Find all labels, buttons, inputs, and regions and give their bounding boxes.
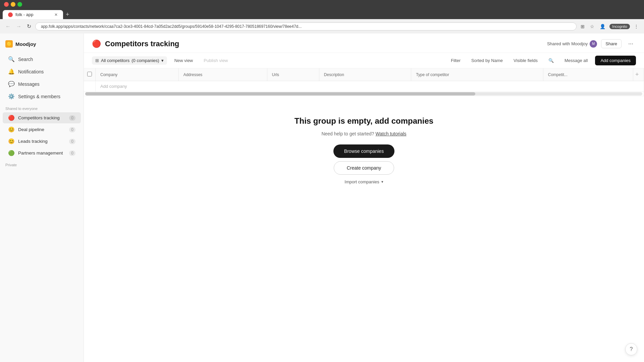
sidebar-notifications-label: Notifications xyxy=(18,69,44,74)
deal-label: Deal pipeline xyxy=(18,127,66,132)
notifications-icon: 🔔 xyxy=(8,68,15,75)
partners-label: Partners management xyxy=(18,150,66,156)
brand-icon: 🟡 xyxy=(5,40,13,48)
add-company-row[interactable]: Add company xyxy=(84,81,644,92)
page-header: 🔴 Competitors tracking Shared with Moodj… xyxy=(84,34,644,53)
add-company-cell[interactable]: Add company xyxy=(96,81,644,92)
empty-state-title: This group is empty, add companies xyxy=(294,116,433,126)
scroll-track-cell xyxy=(84,92,644,96)
view-grid-icon: ⊞ xyxy=(95,58,99,63)
horizontal-scroll-thumb[interactable] xyxy=(85,92,475,96)
tab-bar: folk - app ✕ + xyxy=(0,9,644,19)
partners-count: 0 xyxy=(69,150,75,156)
visible-fields-button[interactable]: Visible fields xyxy=(510,56,541,65)
column-type-of-competitor: Type of competitor xyxy=(411,68,543,81)
watch-tutorials-link[interactable]: Watch tutorials xyxy=(376,131,407,136)
scroll-bar-row xyxy=(84,92,644,96)
back-button[interactable]: ← xyxy=(4,22,12,31)
search-icon: 🔍 xyxy=(8,56,15,62)
extensions-button[interactable]: ⊞ xyxy=(579,22,586,31)
tab-favicon xyxy=(8,12,13,17)
header-actions: Shared with Moodjoy M Share ··· xyxy=(547,39,636,49)
column-company: Company xyxy=(96,68,179,81)
import-companies-button[interactable]: Import companies ▾ xyxy=(342,178,386,186)
active-tab[interactable]: folk - app ✕ xyxy=(3,10,63,19)
sidebar-item-notifications[interactable]: 🔔 Notifications xyxy=(3,66,81,77)
import-companies-label: Import companies xyxy=(344,179,379,184)
sidebar-item-settings[interactable]: ⚙️ Settings & members xyxy=(3,90,81,102)
help-button[interactable]: ? xyxy=(625,343,637,355)
settings-icon: ⚙️ xyxy=(8,93,15,100)
publish-view-button[interactable]: Publish view xyxy=(200,56,231,65)
view-count: (0 companies) xyxy=(131,58,159,63)
sidebar-item-messages[interactable]: 💬 Messages xyxy=(3,78,81,90)
sidebar-item-competitors[interactable]: 🔴 Competitors tracking 0 xyxy=(3,112,81,123)
new-view-button[interactable]: New view xyxy=(171,56,197,65)
add-column-button[interactable]: + xyxy=(633,68,644,81)
select-all-checkbox[interactable] xyxy=(87,72,92,76)
minimize-window-button[interactable] xyxy=(11,2,15,7)
column-competitor-extra: Competit... xyxy=(543,68,633,81)
brand: 🟡 Moodjoy xyxy=(0,38,84,53)
competitors-label: Competitors tracking xyxy=(18,115,66,120)
forward-button[interactable]: → xyxy=(15,22,23,31)
new-tab-button[interactable]: + xyxy=(66,11,69,18)
browser-nav-actions: ⊞ ☆ 👤 Incognito ⋮ xyxy=(579,22,640,31)
close-window-button[interactable] xyxy=(4,2,9,7)
sidebar-item-deal[interactable]: 😊 Deal pipeline 0 xyxy=(3,124,81,135)
sidebar-item-leads[interactable]: 😊 Leads tracking 0 xyxy=(3,136,81,147)
sidebar-messages-label: Messages xyxy=(18,81,40,87)
view-chevron-icon: ▾ xyxy=(161,58,164,63)
sidebar-search-label: Search xyxy=(18,57,33,62)
table-header-row: Company Addresses Urls Description Type xyxy=(84,68,644,81)
sort-button[interactable]: Sorted by Name xyxy=(468,56,506,65)
browser-chrome: folk - app ✕ + ← → ↻ app.folk.app/apps/c… xyxy=(0,0,644,34)
shared-section-label: Shared to everyone xyxy=(0,103,84,112)
sidebar-settings-label: Settings & members xyxy=(18,94,60,99)
toolbar: ⊞ All competitors (0 companies) ▾ New vi… xyxy=(84,53,644,68)
column-addresses: Addresses xyxy=(178,68,267,81)
window-controls[interactable] xyxy=(4,2,22,7)
leads-emoji: 😊 xyxy=(8,138,15,144)
competitors-count: 0 xyxy=(69,115,75,121)
page-title: Competitors tracking xyxy=(105,40,543,48)
more-options-button[interactable]: ··· xyxy=(626,39,636,49)
address-bar[interactable]: app.folk.app/apps/contacts/network/ccaa7… xyxy=(35,22,577,31)
table-container: Company Addresses Urls Description Type xyxy=(84,68,644,362)
deal-emoji: 😊 xyxy=(8,126,15,133)
search-icon-button[interactable]: 🔍 xyxy=(545,56,557,65)
address-text: app.folk.app/apps/contacts/network/ccaa7… xyxy=(41,24,571,29)
filter-button[interactable]: Filter xyxy=(447,56,464,65)
shared-with-text: Shared with Moodjoy xyxy=(547,41,588,46)
tab-close-button[interactable]: ✕ xyxy=(54,12,58,17)
create-company-button[interactable]: Create company xyxy=(334,161,394,175)
profile-button[interactable]: 👤 xyxy=(598,22,607,31)
deal-count: 0 xyxy=(69,127,75,132)
message-all-button[interactable]: Message all xyxy=(561,56,591,65)
leads-label: Leads tracking xyxy=(18,139,66,144)
app-container: 🟡 Moodjoy 🔍 Search 🔔 Notifications 💬 Mes… xyxy=(0,34,644,362)
browser-nav-bar: ← → ↻ app.folk.app/apps/contacts/network… xyxy=(0,19,644,34)
empty-state-subtitle: Need help to get started? Watch tutorial… xyxy=(321,131,406,136)
import-chevron-icon: ▾ xyxy=(381,180,383,184)
shared-badge: Shared with Moodjoy M xyxy=(547,40,597,48)
browse-companies-button[interactable]: Browse companies xyxy=(333,144,394,158)
competitors-emoji: 🔴 xyxy=(8,115,15,121)
sidebar-item-search[interactable]: 🔍 Search xyxy=(3,53,81,65)
share-button[interactable]: Share xyxy=(601,39,622,48)
reload-button[interactable]: ↻ xyxy=(25,22,33,31)
browser-menu-button[interactable]: ⋮ xyxy=(633,22,640,31)
tab-title: folk - app xyxy=(15,12,33,17)
brand-name: Moodjoy xyxy=(15,41,36,47)
maximize-window-button[interactable] xyxy=(17,2,22,7)
empty-state: This group is empty, add companies Need … xyxy=(84,96,644,206)
companies-table: Company Addresses Urls Description Type xyxy=(84,68,644,96)
bookmark-button[interactable]: ☆ xyxy=(589,22,596,31)
column-description: Description xyxy=(319,68,411,81)
column-urls: Urls xyxy=(267,68,319,81)
table-checkbox-header xyxy=(84,68,96,81)
add-companies-button[interactable]: Add companies xyxy=(595,56,636,65)
horizontal-scroll-track[interactable] xyxy=(85,92,642,96)
sidebar-item-partners[interactable]: 🟢 Partners management 0 xyxy=(3,147,81,159)
view-selector[interactable]: ⊞ All competitors (0 companies) ▾ xyxy=(92,56,167,65)
